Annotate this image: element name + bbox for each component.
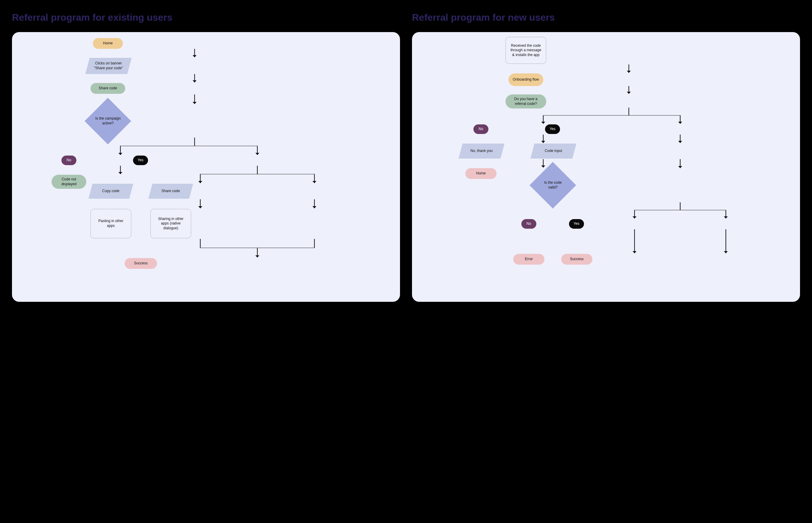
- node-click-banner: Clicks on banner "Share your code": [86, 58, 131, 74]
- flow-title-existing: Referral program for existing users: [12, 12, 400, 23]
- node-success-new: Success: [561, 254, 592, 265]
- node-onboarding: Onboarding flow: [509, 73, 543, 86]
- node-yes2-pill: Yes: [569, 219, 584, 229]
- existing-users-flow: Referral program for existing users: [12, 12, 400, 302]
- node-yes-pill: Yes: [133, 156, 148, 165]
- node-sharing: Sharing in other apps (native dialogue): [150, 209, 191, 238]
- node-code-input: Code input: [530, 144, 576, 159]
- node-error: Error: [513, 254, 545, 265]
- node-no-pill-new: No: [474, 124, 488, 134]
- node-home-terminal: Home: [465, 168, 497, 179]
- node-received: Received the code through a message & in…: [505, 37, 546, 64]
- node-no2-pill: No: [521, 219, 536, 229]
- node-have-code-q: Do you have a referral code?: [505, 94, 546, 108]
- node-copy-code: Copy code: [88, 184, 133, 199]
- node-home: Home: [93, 38, 123, 49]
- new-users-flow: Referral program for new users Received …: [412, 12, 800, 302]
- node-not-displayed: Code not displayed: [52, 175, 86, 189]
- node-share-code: Share code: [91, 83, 125, 94]
- node-success: Success: [125, 258, 157, 269]
- node-no-thanks: No, thank you: [458, 144, 504, 159]
- canvas-new: Received the code through a message & in…: [412, 32, 800, 302]
- node-no-pill: No: [61, 156, 76, 165]
- node-valid-decision: Is the code valid?: [530, 162, 576, 209]
- flow-title-new: Referral program for new users: [412, 12, 800, 23]
- node-pasting: Pasting in other apps: [91, 209, 131, 238]
- node-campaign-decision: Is the campaign active?: [85, 98, 131, 144]
- canvas-existing: Home Clicks on banner "Share your code" …: [12, 32, 400, 302]
- node-yes-pill-new: Yes: [545, 124, 560, 134]
- node-share-code-2: Share code: [148, 184, 193, 199]
